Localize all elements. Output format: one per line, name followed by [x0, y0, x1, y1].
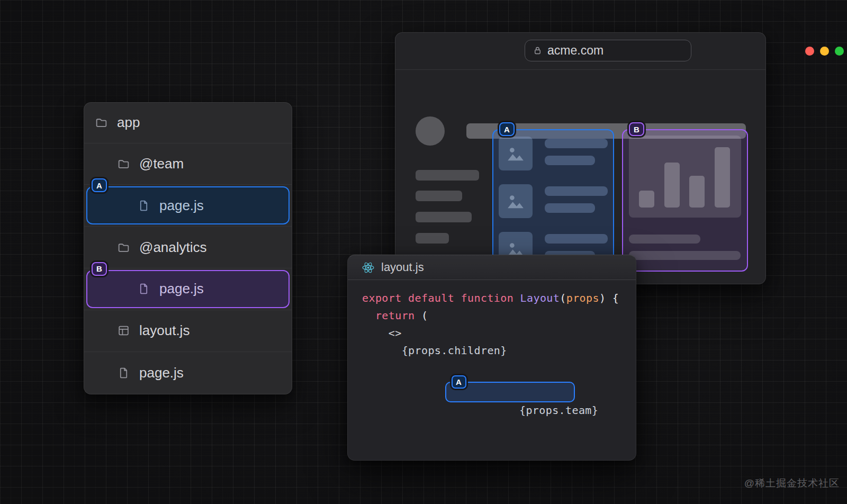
code-text: {props.team} [519, 404, 598, 417]
nav-skeleton-bar [416, 233, 449, 244]
code-line: <> [362, 325, 636, 342]
text-skeleton-bar [629, 251, 741, 260]
folder-icon [117, 157, 130, 170]
chart-bar [689, 176, 705, 208]
watermark: @稀土掘金技术社区 [744, 476, 840, 490]
browser-viewport: A [395, 69, 765, 284]
layout-icon [117, 324, 130, 337]
tree-item-label: @team [139, 156, 184, 172]
file-tree-panel: app @team A page.js @analytics B [84, 102, 292, 394]
analytics-slot-region: B [622, 129, 748, 272]
tree-item-label: page.js [139, 365, 184, 381]
code-line-analytics: B{props.analytics} [362, 458, 636, 461]
text-skeleton-bar [545, 139, 608, 148]
editor-titlebar: layout.js [348, 255, 636, 280]
url-bar[interactable]: acme.com [525, 40, 691, 61]
tree-item-team[interactable]: @team [84, 143, 292, 185]
badge-a: A [92, 178, 107, 192]
list-item [499, 184, 607, 218]
chart-bar [639, 191, 654, 208]
browser-window: acme.com A [395, 32, 766, 284]
url-text: acme.com [547, 43, 603, 58]
tree-item-analytics-page[interactable]: B page.js [84, 268, 292, 310]
code-line: export default function Layout(props) { [362, 290, 636, 307]
code-line-team: A{props.team} [362, 364, 636, 454]
tree-item-label: page.js [159, 197, 204, 214]
bar-chart-skeleton [629, 136, 741, 218]
nav-skeleton-bar [416, 170, 479, 181]
text-skeleton-bar [629, 235, 700, 244]
list-item [499, 137, 607, 170]
close-button[interactable] [805, 47, 814, 56]
code-line: {props.children} [362, 342, 636, 359]
text-skeleton-bar [545, 186, 608, 196]
editor-filename: layout.js [381, 260, 424, 274]
canvas: app @team A page.js @analytics B [0, 0, 847, 504]
tree-item-layout[interactable]: layout.js [84, 310, 292, 353]
chart-bar [664, 163, 680, 208]
tree-item-label: layout.js [139, 322, 190, 339]
nav-skeleton-bar [416, 191, 462, 201]
browser-titlebar: acme.com [395, 33, 765, 70]
image-placeholder-icon [499, 137, 533, 170]
folder-icon [117, 241, 130, 254]
text-skeleton-bar [545, 234, 608, 244]
lock-icon [533, 46, 543, 56]
tree-item-label: page.js [159, 281, 204, 297]
tree-item-root-page[interactable]: page.js [84, 352, 292, 394]
text-skeleton-bar [545, 156, 595, 165]
nav-skeleton-bar [416, 212, 472, 222]
tree-item-team-page[interactable]: A page.js [84, 185, 292, 227]
tree-item-label: app [117, 114, 140, 131]
badge-b: B [629, 122, 644, 136]
file-icon [117, 366, 130, 380]
zoom-button[interactable] [835, 47, 844, 56]
badge-b: B [92, 262, 107, 276]
code-editor-window: layout.js export default function Layout… [347, 255, 636, 461]
badge-a: A [452, 375, 466, 389]
team-slot-region: A [492, 129, 614, 272]
file-icon [137, 199, 150, 212]
tree-item-label: @analytics [139, 239, 207, 256]
highlight-box-team: A{props.team} [445, 382, 575, 402]
tree-item-analytics[interactable]: @analytics [84, 227, 292, 268]
minimize-button[interactable] [820, 47, 829, 56]
badge-a: A [499, 122, 515, 136]
text-skeleton-bar [545, 203, 595, 213]
chart-bar [715, 147, 730, 208]
folder-icon [95, 116, 108, 129]
code-block: export default function Layout(props) { … [348, 280, 636, 460]
avatar [416, 116, 445, 146]
image-placeholder-icon [499, 184, 533, 218]
file-icon [137, 282, 150, 295]
code-line: return ( [362, 307, 636, 325]
tree-item-app[interactable]: app [84, 103, 292, 143]
react-icon [362, 261, 375, 274]
